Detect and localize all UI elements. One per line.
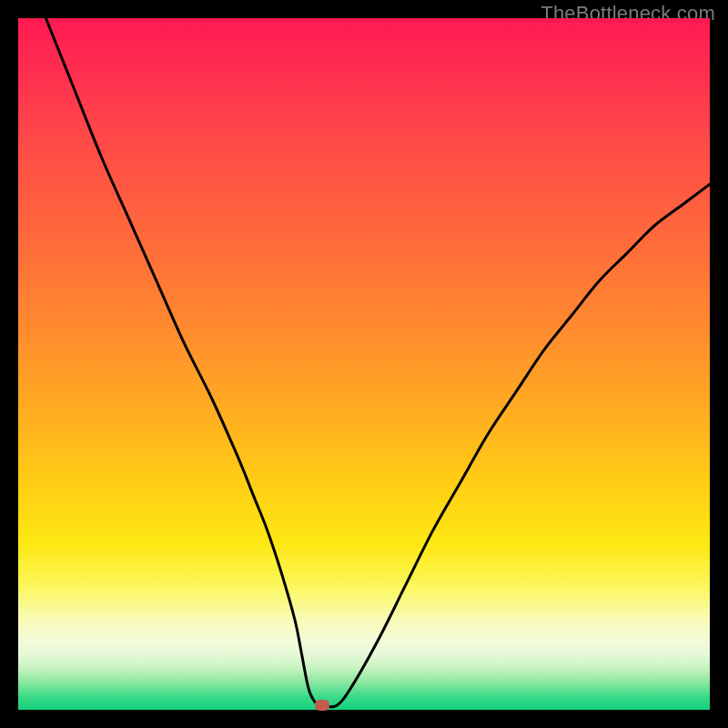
bottleneck-curve: [18, 18, 710, 710]
plot-area: [18, 18, 710, 710]
chart-frame: TheBottleneck.com: [0, 0, 728, 728]
optimal-point-marker: [315, 700, 329, 711]
